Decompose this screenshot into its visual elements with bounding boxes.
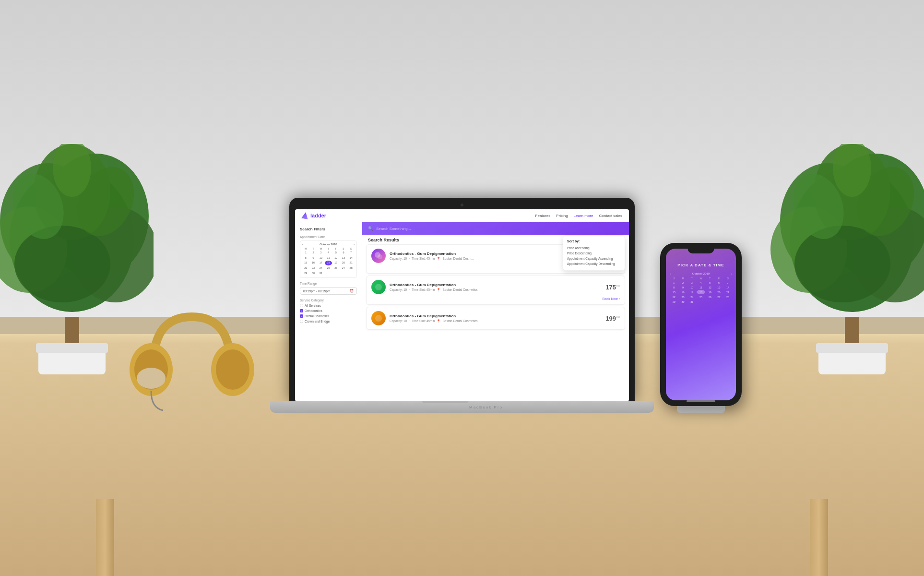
cal-d2[interactable]: 2 (310, 251, 317, 255)
cal-d20[interactable]: 20 (340, 261, 347, 265)
iphone: Pick a Date & Time ‹ October 2019 › S M … (660, 243, 742, 413)
cat-ortho-box[interactable] (300, 309, 303, 312)
iph-d15[interactable]: 15 (670, 290, 678, 294)
iph-d26[interactable]: 26 (706, 295, 714, 299)
iph-d6[interactable]: 6 (715, 280, 723, 285)
cal-d5[interactable]: 5 (332, 251, 340, 255)
service-category-checkboxes: All Services Orthodontics Dental Cosmeti… (300, 304, 357, 323)
iph-d12[interactable]: 12 (706, 285, 714, 289)
iph-d22[interactable]: 22 (670, 295, 678, 299)
svg-point-33 (375, 284, 382, 290)
nav-features[interactable]: Features (535, 214, 551, 218)
service-3-name: Orthodontics - Gum Depigmentation (390, 314, 602, 318)
book-now-2-arrow: › (619, 297, 620, 300)
iph-d1[interactable]: 1 (670, 280, 678, 285)
cal-grid: M T W T F S S 1 2 3 4 (302, 247, 355, 276)
cal-d22[interactable]: 22 (302, 266, 309, 271)
svg-point-34 (375, 315, 382, 322)
iph-d5[interactable]: 5 (706, 280, 714, 285)
cal-month: October 2018 (320, 243, 337, 246)
cat-all-box[interactable] (300, 304, 303, 307)
cal-d31[interactable]: 31 (317, 271, 324, 276)
iph-d23[interactable]: 23 (679, 295, 687, 299)
iphone-cal-prev[interactable]: ‹ (670, 272, 671, 275)
sort-opt-4[interactable]: Appointment Capacity Descending (567, 261, 621, 266)
iph-dh-t: T (687, 277, 696, 280)
dot-1: · (409, 257, 410, 260)
cal-d3[interactable]: 3 (317, 251, 324, 255)
cat-all[interactable]: All Services (300, 304, 357, 307)
cat-crown-box[interactable] (300, 320, 303, 323)
iph-d2[interactable]: 2 (679, 280, 687, 285)
book-now-2[interactable]: Book Now (603, 297, 618, 300)
cal-d25[interactable]: 25 (325, 266, 332, 271)
cal-d17[interactable]: 17 (317, 261, 324, 265)
cal-d10[interactable]: 10 (317, 256, 324, 261)
iph-d27[interactable]: 27 (715, 295, 723, 299)
cal-d16[interactable]: 16 (310, 261, 317, 265)
cal-d7[interactable]: 7 (347, 251, 355, 255)
cat-ortho[interactable]: Orthodontics (300, 309, 357, 312)
iph-d7[interactable]: 7 (723, 280, 732, 285)
iph-d13[interactable]: 13 (715, 285, 723, 289)
cat-crown[interactable]: Crown and Bridge (300, 320, 357, 323)
iph-d29[interactable]: 29 (670, 300, 678, 304)
cat-dental[interactable]: Dental Cosmetics (300, 314, 357, 318)
iphone-cal-month: October 2019 (692, 272, 710, 275)
service-3-price-suffix: est (616, 315, 620, 318)
cal-d11[interactable]: 11 (325, 256, 332, 261)
cal-d19[interactable]: 19 (332, 261, 340, 265)
iph-d11[interactable]: 11 (697, 285, 705, 289)
cal-d15[interactable]: 15 (302, 261, 309, 265)
iph-d31[interactable]: 31 (687, 300, 696, 304)
cal-d28[interactable]: 28 (347, 266, 355, 271)
sort-opt-2[interactable]: Price Descending (567, 251, 621, 256)
cal-d29[interactable]: 29 (302, 271, 309, 276)
service-3-location: Boston Dental Cosmetics (442, 319, 477, 323)
search-placeholder[interactable]: Search Something... (376, 227, 411, 231)
iph-d17[interactable]: 17 (687, 290, 696, 294)
cal-d8[interactable]: 8 (302, 256, 309, 261)
iphone-screen: Pick a Date & Time ‹ October 2019 › S M … (666, 249, 736, 400)
cal-next[interactable]: › (354, 243, 355, 246)
cal-d12[interactable]: 12 (332, 256, 340, 261)
iph-d8[interactable]: 8 (670, 285, 678, 289)
cal-d4[interactable]: 4 (325, 251, 332, 255)
cal-d14[interactable]: 14 (347, 256, 355, 261)
sort-opt-3[interactable]: Appointment Capacity Ascending (567, 256, 621, 261)
sort-opt-1[interactable]: Price Ascending (567, 245, 621, 251)
iph-d24[interactable]: 24 (687, 295, 696, 299)
iphone-cal-next[interactable]: › (731, 272, 732, 275)
cal-d30[interactable]: 30 (310, 271, 317, 276)
cal-d18[interactable]: 18 (325, 261, 332, 265)
nav-learn-more[interactable]: Learn more (574, 214, 593, 218)
iph-d3[interactable]: 3 (687, 280, 696, 285)
iph-d9[interactable]: 9 (679, 285, 687, 289)
iph-d14[interactable]: 14 (723, 285, 732, 289)
iph-d18[interactable]: 18 (697, 290, 705, 294)
service-1-location: Boston Dental Cosm... (442, 257, 474, 260)
cal-d1[interactable]: 1 (302, 251, 309, 255)
cal-prev[interactable]: ‹ (302, 243, 303, 246)
cal-d26[interactable]: 26 (332, 266, 340, 271)
iph-d19[interactable]: 19 (706, 290, 714, 294)
cal-d23[interactable]: 23 (310, 266, 317, 271)
cal-d21[interactable]: 21 (347, 261, 355, 265)
iph-d16[interactable]: 16 (679, 290, 687, 294)
iph-d28[interactable]: 28 (723, 295, 732, 299)
cal-d13[interactable]: 13 (340, 256, 347, 261)
iph-d4[interactable]: 4 (697, 280, 705, 285)
iph-d21[interactable]: 21 (723, 290, 732, 294)
cal-d24[interactable]: 24 (317, 266, 324, 271)
iph-d30[interactable]: 30 (679, 300, 687, 304)
nav-contact[interactable]: Contact sales (599, 214, 622, 218)
iph-d10[interactable]: 10 (687, 285, 696, 289)
nav-pricing[interactable]: Pricing (556, 214, 568, 218)
iph-d20[interactable]: 20 (715, 290, 723, 294)
cal-d27[interactable]: 27 (340, 266, 347, 271)
iph-d25[interactable]: 25 (697, 295, 705, 299)
cal-d9[interactable]: 9 (310, 256, 317, 261)
time-range-input[interactable]: 03:15pm - 08:15pm ⏰ (300, 287, 357, 295)
cal-d6[interactable]: 6 (340, 251, 347, 255)
cat-dental-box[interactable] (300, 314, 303, 318)
